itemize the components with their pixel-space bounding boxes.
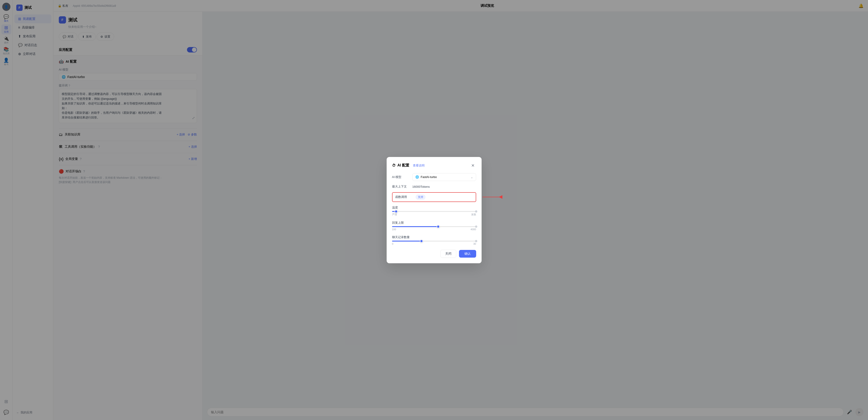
modal-max-context-label: 最大上下文 (392, 185, 412, 189)
model-select-dropdown[interactable]: 🌐 FastAI-turbo ⌄ (412, 173, 476, 181)
close-button[interactable]: 关闭 (440, 250, 456, 258)
modal-model-select-container: 🌐 FastAI-turbo ⌄ (412, 173, 476, 181)
temperature-end-dot (475, 210, 477, 213)
modal-ai-model-label: AI 模型 (392, 175, 412, 179)
help-link[interactable]: 查看说明 (413, 163, 425, 168)
reply-limit-header: 回复上限 (392, 221, 476, 225)
modal-func-call-label: 函数调用 (395, 195, 415, 199)
temperature-slider-row: 温度 严谨 发散 (392, 206, 476, 216)
modal-title: ⏱ AI 配置 查看说明 (392, 163, 425, 168)
red-arrow-annotation (480, 194, 503, 200)
reply-limit-labels: 100 4000 (392, 228, 476, 231)
modal-footer: 关闭 确认 (392, 250, 476, 258)
temperature-header: 温度 (392, 206, 476, 210)
temperature-labels: 严谨 发散 (392, 213, 476, 216)
reply-limit-fill (392, 226, 438, 227)
reply-limit-track (392, 226, 476, 227)
modal-timer-icon: ⏱ (392, 163, 396, 168)
modal-tokens-value: 16000Tokens (412, 185, 476, 188)
modal-ai-model-row: AI 模型 🌐 FastAI-turbo ⌄ (392, 173, 476, 181)
reply-limit-end-dot (475, 226, 477, 228)
func-call-badge: 支持 (415, 194, 426, 200)
confirm-button[interactable]: 确认 (459, 250, 476, 258)
temperature-slider[interactable]: 严谨 发散 (392, 211, 476, 216)
reply-limit-thumb[interactable] (437, 225, 440, 228)
modal-func-call-badge-container: 支持 (415, 194, 426, 200)
chat-records-end-dot (475, 240, 477, 242)
temperature-track (392, 211, 476, 212)
modal-close-button[interactable]: ✕ (470, 162, 476, 169)
ai-config-modal: ⏱ AI 配置 查看说明 ✕ AI 模型 🌐 FastAI-turbo ⌄ (386, 157, 482, 263)
chat-records-thumb[interactable] (420, 240, 423, 243)
reply-limit-slider-row: 回复上限 100 4000 (392, 221, 476, 231)
chat-records-fill (392, 241, 422, 242)
temperature-thumb[interactable] (395, 210, 398, 213)
reply-limit-slider[interactable]: 100 4000 (392, 226, 476, 231)
model-globe-icon: 🌐 (415, 175, 419, 179)
chat-records-slider[interactable]: 0 30 (392, 241, 476, 245)
chat-records-track (392, 241, 476, 242)
chat-records-slider-row: 聊天记录数量 0 30 (392, 235, 476, 245)
chat-records-labels: 0 30 (392, 242, 476, 245)
modal-func-call-row: 函数调用 支持 (392, 192, 476, 202)
modal-max-context-row: 最大上下文 16000Tokens (392, 185, 476, 189)
model-select-value: 🌐 FastAI-turbo (415, 175, 437, 179)
modal-header: ⏱ AI 配置 查看说明 ✕ (392, 162, 476, 169)
chevron-down-icon: ⌄ (470, 175, 473, 179)
modal-overlay: ⏱ AI 配置 查看说明 ✕ AI 模型 🌐 FastAI-turbo ⌄ (0, 0, 868, 420)
chat-records-header: 聊天记录数量 (392, 235, 476, 239)
